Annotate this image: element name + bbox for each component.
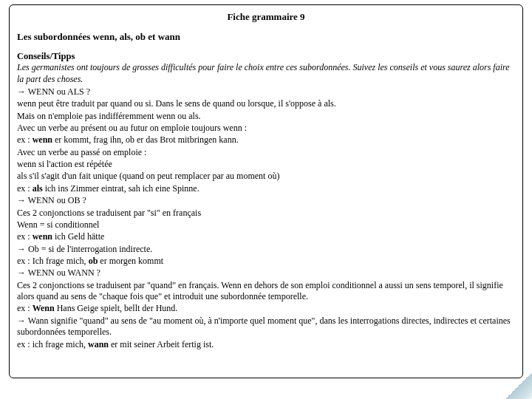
body-line: Ces 2 conjonctions se traduisent par "si… <box>17 208 515 219</box>
example-prefix: ex : <box>17 183 33 194</box>
body-line: → WENN ou ALS ? <box>17 86 515 98</box>
example-rest: ich Geld hätte <box>52 231 104 242</box>
example-rest: Hans Geige spielt, bellt der Hund. <box>55 303 178 313</box>
page-curl-icon <box>505 372 532 399</box>
body-line: ex : ich frage mich, wann er mit seiner … <box>17 339 515 350</box>
example-keyword: Wenn <box>33 303 55 313</box>
doc-title: Fiche grammaire 9 <box>17 11 515 24</box>
body-line: wenn si l'action est répétée <box>17 159 515 170</box>
section-heading: Conseils/Tipps <box>17 50 515 62</box>
body-line: Avec un verbe au présent ou au futur on … <box>17 123 515 134</box>
body-line: ex : als ich ins Zimmer eintrat, sah ich… <box>17 183 515 194</box>
body-line: ex : wenn er kommt, frag ihn, ob er das … <box>17 134 515 146</box>
body-line: → Wann signifie "quand" au sens de "au m… <box>17 316 515 338</box>
body-line: als s'il s'agit d'un fait unique (quand … <box>17 171 515 182</box>
example-keyword: wenn <box>33 231 52 242</box>
doc-subtitle: Les subordonnées wenn, als, ob et wann <box>17 31 515 44</box>
example-keyword: ob <box>89 256 98 266</box>
body-line: → WENN ou WANN ? <box>17 267 515 279</box>
example-rest: er mit seiner Arbeit fertig ist. <box>109 339 214 349</box>
example-prefix: ex : <box>17 134 33 145</box>
intro-text: Les germanistes ont toujours de grosses … <box>17 62 515 85</box>
example-keyword: als <box>33 183 43 194</box>
example-rest: ich ins Zimmer eintrat, sah ich eine Spi… <box>43 183 200 194</box>
example-prefix: ex : ich frage mich, <box>17 339 88 349</box>
example-keyword: wann <box>88 339 109 349</box>
document-frame: Fiche grammaire 9 Les subordonnées wenn,… <box>9 4 523 378</box>
body-line: wenn peut être traduit par quand ou si. … <box>17 98 515 109</box>
body-line: ex : Wenn Hans Geige spielt, bellt der H… <box>17 303 515 314</box>
example-rest: er morgen kommt <box>98 256 163 266</box>
body-line: ex : Ich frage mich, ob er morgen kommt <box>17 256 515 267</box>
example-prefix: ex : <box>17 303 33 313</box>
example-prefix: ex : Ich frage mich, <box>17 256 89 266</box>
body-line: Ces 2 conjonctions se traduisent par "qu… <box>17 280 515 303</box>
body-line: ex : wenn ich Geld hätte <box>17 231 515 242</box>
body-line: Mais on n'emploie pas indifféremment wen… <box>17 111 515 122</box>
body-line: Avec un verbe au passé on emploie : <box>17 147 515 158</box>
example-rest: er kommt, frag ihn, ob er das Brot mitbr… <box>52 134 239 145</box>
body-line: Wenn = si conditionnel <box>17 219 515 231</box>
example-keyword: wenn <box>33 134 52 145</box>
body-line: → Ob = si de l'interrogation indirecte. <box>17 244 515 255</box>
example-prefix: ex : <box>17 231 33 242</box>
body-line: → WENN ou OB ? <box>17 195 515 206</box>
